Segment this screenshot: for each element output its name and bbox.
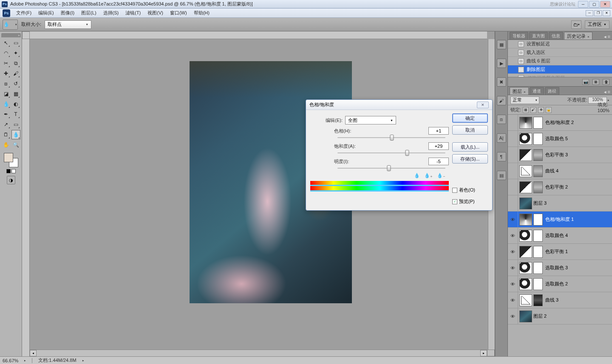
- panel-menu-icon[interactable]: ◂ ≡: [604, 34, 610, 40]
- crop-tool[interactable]: ✂: [2, 59, 11, 68]
- layer-thumb[interactable]: [519, 294, 532, 306]
- layer-item[interactable]: 色彩平衡 2: [508, 179, 612, 195]
- layer-name[interactable]: 选取颜色 5: [545, 135, 612, 142]
- layer-visibility-toggle[interactable]: 👁: [508, 244, 518, 260]
- layer-name[interactable]: 色相/饱和度 2: [545, 119, 612, 126]
- layer-thumb[interactable]: [519, 214, 532, 226]
- ruler-vertical[interactable]: [22, 39, 30, 356]
- edit-channel-combo[interactable]: 全图 ▼: [345, 116, 396, 124]
- character-panel-icon[interactable]: A|: [497, 133, 506, 143]
- zoom-tool[interactable]: 🔍: [11, 140, 20, 150]
- layer-name[interactable]: 选取颜色 2: [545, 281, 612, 287]
- snapshot-icon[interactable]: 📷: [582, 79, 589, 85]
- layer-thumb[interactable]: [519, 246, 532, 258]
- close-button[interactable]: ✕: [600, 1, 610, 8]
- path-select-tool[interactable]: ↗: [2, 120, 11, 129]
- history-brush-tool[interactable]: ↺: [11, 79, 20, 88]
- history-item[interactable]: ▭载入选区: [508, 48, 612, 57]
- shape-tool[interactable]: ▭: [11, 120, 20, 129]
- eyedropper-plus-icon[interactable]: 💧₊: [424, 173, 433, 178]
- tab-info[interactable]: 信息: [549, 32, 563, 40]
- layer-visibility-toggle[interactable]: 👁: [508, 260, 518, 276]
- layer-name[interactable]: 色相/饱和度 1: [545, 216, 612, 223]
- eyedropper-tool[interactable]: 💧: [11, 130, 20, 139]
- hand-tool[interactable]: ✋: [2, 140, 11, 150]
- layer-visibility-toggle[interactable]: [508, 163, 518, 179]
- tab-paths[interactable]: 路径: [545, 87, 559, 95]
- layer-visibility-toggle[interactable]: [508, 131, 518, 147]
- layer-item[interactable]: 色彩平衡 3: [508, 147, 612, 163]
- layer-thumb[interactable]: [519, 278, 532, 290]
- menu-帮助(H)[interactable]: 帮助(H): [190, 8, 213, 17]
- lightness-slider[interactable]: [337, 168, 445, 169]
- menu-文件(F)[interactable]: 文件(F): [13, 8, 35, 17]
- layer-mask-thumb[interactable]: [533, 230, 543, 242]
- load-button[interactable]: 载入(L)...: [452, 142, 488, 152]
- clone-panel-icon[interactable]: ⧈: [497, 115, 506, 124]
- marquee-tool[interactable]: ▭: [11, 38, 20, 48]
- layer-name[interactable]: 曲线 3: [545, 297, 612, 303]
- layer-item[interactable]: 图层 3: [508, 195, 612, 212]
- blend-mode-combo[interactable]: 正常▾: [510, 96, 539, 104]
- color-swatches[interactable]: [4, 153, 18, 167]
- quick-mask-button[interactable]: ◑: [7, 176, 15, 184]
- layer-name[interactable]: 图层 3: [533, 200, 612, 206]
- doc-restore-button[interactable]: ❐: [594, 10, 602, 16]
- history-item[interactable]: ▭删除图层: [508, 65, 612, 74]
- layer-item[interactable]: 👁选取颜色 3: [508, 260, 612, 276]
- layer-mask-thumb[interactable]: [533, 165, 543, 177]
- new-doc-icon[interactable]: 🗎: [592, 79, 599, 85]
- layer-thumb[interactable]: [519, 198, 532, 209]
- layer-thumb[interactable]: [519, 181, 532, 193]
- eyedropper-icon[interactable]: 💧: [414, 173, 420, 178]
- save-button[interactable]: 存储(S)...: [452, 154, 488, 164]
- layer-mask-thumb[interactable]: [533, 117, 543, 129]
- saturation-input[interactable]: [428, 142, 449, 150]
- layer-name[interactable]: 图层 2: [533, 313, 612, 319]
- default-colors-icon[interactable]: [6, 169, 11, 173]
- colorize-checkbox[interactable]: [452, 188, 457, 193]
- layer-thumb[interactable]: [519, 310, 532, 322]
- layer-visibility-toggle[interactable]: 👁: [508, 212, 518, 227]
- layer-visibility-toggle[interactable]: [508, 147, 518, 163]
- scrollbar-horizontal[interactable]: ◂▸: [30, 350, 487, 356]
- menu-选择(S)[interactable]: 选择(S): [100, 8, 122, 17]
- status-menu-icon[interactable]: ▸: [82, 359, 84, 362]
- layer-name[interactable]: 选取颜色 4: [545, 232, 612, 239]
- maximize-button[interactable]: ▢: [589, 1, 599, 8]
- tab-histogram[interactable]: 直方图: [529, 32, 548, 40]
- layer-visibility-toggle[interactable]: [508, 115, 518, 130]
- layer-item[interactable]: 👁选取颜色 2: [508, 276, 612, 292]
- cancel-button[interactable]: 取消: [452, 125, 488, 135]
- layer-mask-thumb[interactable]: [533, 149, 543, 161]
- history-item[interactable]: ▭修改可选颜色图层: [508, 74, 612, 77]
- navigator-icon[interactable]: ▦: [497, 40, 506, 49]
- lock-position-icon[interactable]: ✥: [538, 107, 544, 113]
- layer-name[interactable]: 曲线 4: [545, 168, 612, 174]
- lock-image-icon[interactable]: 🖌: [530, 107, 536, 113]
- gradient-tool[interactable]: ▦: [11, 89, 20, 99]
- layer-mask-thumb[interactable]: [533, 294, 543, 306]
- stamp-tool[interactable]: ⧈: [2, 79, 11, 88]
- zoom-value[interactable]: 66.67%: [3, 358, 18, 363]
- magic-wand-tool[interactable]: ✦: [11, 48, 20, 58]
- layer-item[interactable]: 👁色彩平衡 1: [508, 244, 612, 260]
- ok-button[interactable]: 确定: [452, 113, 488, 123]
- menu-窗口(W)[interactable]: 窗口(W): [167, 8, 190, 17]
- slice-tool[interactable]: ⧉: [11, 59, 20, 68]
- notes-tool[interactable]: 🗒: [2, 130, 11, 139]
- fill-input[interactable]: 100%: [598, 108, 609, 113]
- history-item[interactable]: ▭曲线 6 图层: [508, 57, 612, 65]
- layer-item[interactable]: 👁选取颜色 4: [508, 228, 612, 244]
- zoom-menu-icon[interactable]: ▸: [24, 359, 26, 362]
- layer-mask-thumb[interactable]: [533, 278, 543, 290]
- menu-编辑(E)[interactable]: 编辑(E): [35, 8, 57, 17]
- sample-size-combo[interactable]: 取样点 ▼: [45, 20, 91, 29]
- layer-name[interactable]: 色彩平衡 2: [545, 184, 612, 190]
- dodge-tool[interactable]: ◐: [11, 99, 20, 109]
- layer-visibility-toggle[interactable]: [508, 179, 518, 195]
- layer-item[interactable]: 👁图层 2: [508, 308, 612, 324]
- move-tool[interactable]: ↖: [2, 38, 11, 48]
- brush-panel-icon[interactable]: 🖌: [497, 96, 506, 105]
- layer-item[interactable]: 色相/饱和度 2: [508, 115, 612, 131]
